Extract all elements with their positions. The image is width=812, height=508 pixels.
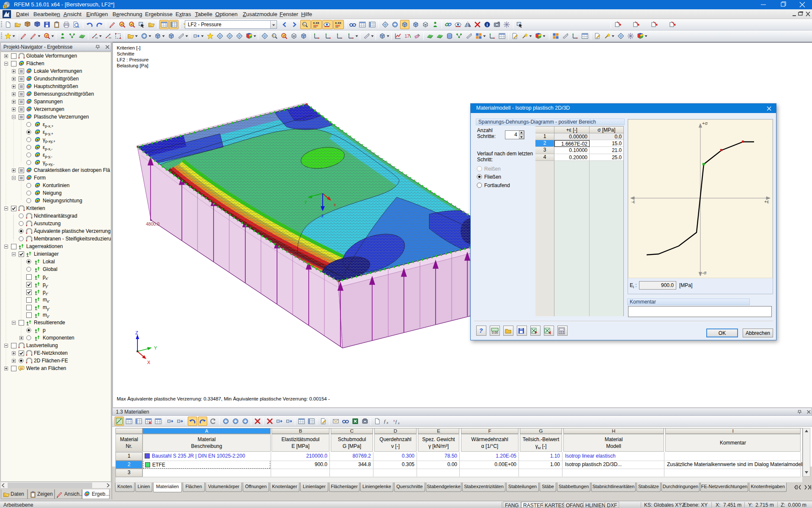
svg-text:-σ: -σ xyxy=(702,270,707,275)
svg-text:Y: Y xyxy=(154,345,157,351)
svg-text:x: x xyxy=(334,202,336,207)
svg-text:+ε: +ε xyxy=(764,199,769,204)
svg-text:0.00: 0.00 xyxy=(492,331,498,334)
svg-text:X: X xyxy=(147,360,151,365)
svg-text:+σ: +σ xyxy=(702,121,708,126)
svg-text:?: ? xyxy=(479,327,483,334)
svg-text:4800.0: 4800.0 xyxy=(146,221,159,226)
svg-text:5: 5 xyxy=(4,5,5,9)
svg-text:-ε: -ε xyxy=(631,199,635,204)
svg-text:y: y xyxy=(304,199,307,204)
svg-text:z: z xyxy=(321,213,324,218)
svg-text:Z: Z xyxy=(135,330,138,335)
